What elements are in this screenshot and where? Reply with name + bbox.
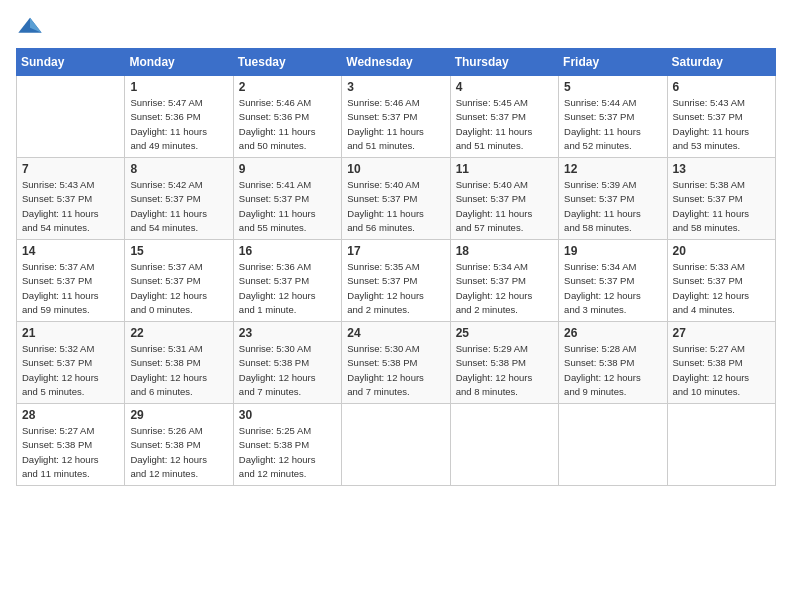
calendar-cell: 5Sunrise: 5:44 AM Sunset: 5:37 PM Daylig…	[559, 76, 667, 158]
calendar-cell: 21Sunrise: 5:32 AM Sunset: 5:37 PM Dayli…	[17, 322, 125, 404]
calendar-cell	[667, 404, 775, 486]
week-row-3: 14Sunrise: 5:37 AM Sunset: 5:37 PM Dayli…	[17, 240, 776, 322]
day-number: 15	[130, 244, 227, 258]
week-row-1: 1Sunrise: 5:47 AM Sunset: 5:36 PM Daylig…	[17, 76, 776, 158]
day-info: Sunrise: 5:26 AM Sunset: 5:38 PM Dayligh…	[130, 424, 227, 481]
day-info: Sunrise: 5:47 AM Sunset: 5:36 PM Dayligh…	[130, 96, 227, 153]
day-info: Sunrise: 5:30 AM Sunset: 5:38 PM Dayligh…	[239, 342, 336, 399]
day-number: 3	[347, 80, 444, 94]
logo-icon	[16, 16, 44, 36]
day-number: 28	[22, 408, 119, 422]
day-number: 5	[564, 80, 661, 94]
day-info: Sunrise: 5:43 AM Sunset: 5:37 PM Dayligh…	[673, 96, 770, 153]
day-number: 11	[456, 162, 553, 176]
calendar-table: SundayMondayTuesdayWednesdayThursdayFrid…	[16, 48, 776, 486]
day-number: 25	[456, 326, 553, 340]
calendar-cell: 24Sunrise: 5:30 AM Sunset: 5:38 PM Dayli…	[342, 322, 450, 404]
day-info: Sunrise: 5:27 AM Sunset: 5:38 PM Dayligh…	[673, 342, 770, 399]
day-number: 13	[673, 162, 770, 176]
day-info: Sunrise: 5:27 AM Sunset: 5:38 PM Dayligh…	[22, 424, 119, 481]
day-number: 8	[130, 162, 227, 176]
weekday-wednesday: Wednesday	[342, 49, 450, 76]
logo	[16, 16, 48, 36]
calendar-cell: 27Sunrise: 5:27 AM Sunset: 5:38 PM Dayli…	[667, 322, 775, 404]
day-number: 18	[456, 244, 553, 258]
day-number: 19	[564, 244, 661, 258]
day-info: Sunrise: 5:40 AM Sunset: 5:37 PM Dayligh…	[456, 178, 553, 235]
calendar-cell: 11Sunrise: 5:40 AM Sunset: 5:37 PM Dayli…	[450, 158, 558, 240]
calendar-cell	[559, 404, 667, 486]
day-info: Sunrise: 5:40 AM Sunset: 5:37 PM Dayligh…	[347, 178, 444, 235]
calendar-cell: 18Sunrise: 5:34 AM Sunset: 5:37 PM Dayli…	[450, 240, 558, 322]
day-info: Sunrise: 5:46 AM Sunset: 5:37 PM Dayligh…	[347, 96, 444, 153]
day-info: Sunrise: 5:34 AM Sunset: 5:37 PM Dayligh…	[564, 260, 661, 317]
weekday-thursday: Thursday	[450, 49, 558, 76]
day-info: Sunrise: 5:25 AM Sunset: 5:38 PM Dayligh…	[239, 424, 336, 481]
day-number: 27	[673, 326, 770, 340]
week-row-5: 28Sunrise: 5:27 AM Sunset: 5:38 PM Dayli…	[17, 404, 776, 486]
calendar-cell	[450, 404, 558, 486]
week-row-4: 21Sunrise: 5:32 AM Sunset: 5:37 PM Dayli…	[17, 322, 776, 404]
calendar-cell: 12Sunrise: 5:39 AM Sunset: 5:37 PM Dayli…	[559, 158, 667, 240]
day-number: 7	[22, 162, 119, 176]
day-info: Sunrise: 5:45 AM Sunset: 5:37 PM Dayligh…	[456, 96, 553, 153]
calendar-cell: 28Sunrise: 5:27 AM Sunset: 5:38 PM Dayli…	[17, 404, 125, 486]
day-number: 2	[239, 80, 336, 94]
calendar-cell: 14Sunrise: 5:37 AM Sunset: 5:37 PM Dayli…	[17, 240, 125, 322]
calendar-cell: 17Sunrise: 5:35 AM Sunset: 5:37 PM Dayli…	[342, 240, 450, 322]
day-info: Sunrise: 5:37 AM Sunset: 5:37 PM Dayligh…	[130, 260, 227, 317]
day-info: Sunrise: 5:41 AM Sunset: 5:37 PM Dayligh…	[239, 178, 336, 235]
calendar-cell: 16Sunrise: 5:36 AM Sunset: 5:37 PM Dayli…	[233, 240, 341, 322]
weekday-monday: Monday	[125, 49, 233, 76]
day-number: 23	[239, 326, 336, 340]
day-number: 29	[130, 408, 227, 422]
calendar-cell: 3Sunrise: 5:46 AM Sunset: 5:37 PM Daylig…	[342, 76, 450, 158]
day-number: 10	[347, 162, 444, 176]
day-number: 30	[239, 408, 336, 422]
day-number: 17	[347, 244, 444, 258]
calendar-cell: 30Sunrise: 5:25 AM Sunset: 5:38 PM Dayli…	[233, 404, 341, 486]
day-number: 4	[456, 80, 553, 94]
day-info: Sunrise: 5:32 AM Sunset: 5:37 PM Dayligh…	[22, 342, 119, 399]
day-number: 26	[564, 326, 661, 340]
calendar-cell: 22Sunrise: 5:31 AM Sunset: 5:38 PM Dayli…	[125, 322, 233, 404]
day-number: 9	[239, 162, 336, 176]
calendar-cell	[17, 76, 125, 158]
day-number: 20	[673, 244, 770, 258]
day-info: Sunrise: 5:42 AM Sunset: 5:37 PM Dayligh…	[130, 178, 227, 235]
day-info: Sunrise: 5:29 AM Sunset: 5:38 PM Dayligh…	[456, 342, 553, 399]
weekday-friday: Friday	[559, 49, 667, 76]
calendar-cell: 26Sunrise: 5:28 AM Sunset: 5:38 PM Dayli…	[559, 322, 667, 404]
day-info: Sunrise: 5:36 AM Sunset: 5:37 PM Dayligh…	[239, 260, 336, 317]
page-header	[16, 16, 776, 36]
week-row-2: 7Sunrise: 5:43 AM Sunset: 5:37 PM Daylig…	[17, 158, 776, 240]
day-number: 14	[22, 244, 119, 258]
weekday-saturday: Saturday	[667, 49, 775, 76]
calendar-cell: 4Sunrise: 5:45 AM Sunset: 5:37 PM Daylig…	[450, 76, 558, 158]
calendar-cell: 19Sunrise: 5:34 AM Sunset: 5:37 PM Dayli…	[559, 240, 667, 322]
calendar-cell: 7Sunrise: 5:43 AM Sunset: 5:37 PM Daylig…	[17, 158, 125, 240]
day-info: Sunrise: 5:28 AM Sunset: 5:38 PM Dayligh…	[564, 342, 661, 399]
day-info: Sunrise: 5:30 AM Sunset: 5:38 PM Dayligh…	[347, 342, 444, 399]
day-info: Sunrise: 5:46 AM Sunset: 5:36 PM Dayligh…	[239, 96, 336, 153]
day-info: Sunrise: 5:44 AM Sunset: 5:37 PM Dayligh…	[564, 96, 661, 153]
day-info: Sunrise: 5:39 AM Sunset: 5:37 PM Dayligh…	[564, 178, 661, 235]
calendar-cell: 29Sunrise: 5:26 AM Sunset: 5:38 PM Dayli…	[125, 404, 233, 486]
calendar-cell: 10Sunrise: 5:40 AM Sunset: 5:37 PM Dayli…	[342, 158, 450, 240]
calendar-cell: 1Sunrise: 5:47 AM Sunset: 5:36 PM Daylig…	[125, 76, 233, 158]
day-info: Sunrise: 5:34 AM Sunset: 5:37 PM Dayligh…	[456, 260, 553, 317]
calendar-cell: 25Sunrise: 5:29 AM Sunset: 5:38 PM Dayli…	[450, 322, 558, 404]
weekday-sunday: Sunday	[17, 49, 125, 76]
calendar-cell: 6Sunrise: 5:43 AM Sunset: 5:37 PM Daylig…	[667, 76, 775, 158]
calendar-body: 1Sunrise: 5:47 AM Sunset: 5:36 PM Daylig…	[17, 76, 776, 486]
day-number: 6	[673, 80, 770, 94]
calendar-cell: 2Sunrise: 5:46 AM Sunset: 5:36 PM Daylig…	[233, 76, 341, 158]
day-info: Sunrise: 5:37 AM Sunset: 5:37 PM Dayligh…	[22, 260, 119, 317]
day-info: Sunrise: 5:31 AM Sunset: 5:38 PM Dayligh…	[130, 342, 227, 399]
calendar-cell: 13Sunrise: 5:38 AM Sunset: 5:37 PM Dayli…	[667, 158, 775, 240]
weekday-header-row: SundayMondayTuesdayWednesdayThursdayFrid…	[17, 49, 776, 76]
day-number: 16	[239, 244, 336, 258]
day-number: 24	[347, 326, 444, 340]
calendar-cell: 23Sunrise: 5:30 AM Sunset: 5:38 PM Dayli…	[233, 322, 341, 404]
calendar-cell: 20Sunrise: 5:33 AM Sunset: 5:37 PM Dayli…	[667, 240, 775, 322]
